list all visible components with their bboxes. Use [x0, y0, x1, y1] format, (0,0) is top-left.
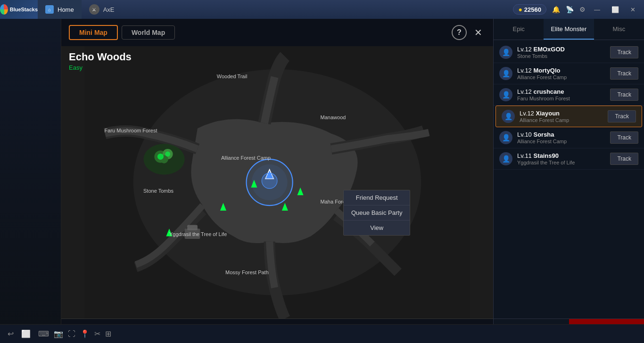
player-info-1: Lv.12 EMOxGOD Stone Tombs [517, 46, 605, 59]
player-list: 👤 Lv.12 EMOxGOD Stone Tombs Track 👤 Lv.1… [494, 40, 644, 318]
context-menu: Friend Request Queue Basic Party View [343, 190, 410, 236]
tab-home[interactable]: ⌂ Home [38, 0, 82, 19]
map-header: Mini Map World Map ? ✕ [61, 19, 493, 46]
player-name-1: Lv.12 EMOxGOD [517, 46, 605, 53]
player-location-5: Alliance Forest Camp [517, 139, 605, 144]
title-bar-right: ● 22560 🔔 📡 ⚙ — ⬜ ✕ [513, 4, 644, 15]
svg-rect-18 [187, 225, 198, 230]
player-avatar-6: 👤 [499, 152, 512, 165]
player-avatar-4: 👤 [502, 110, 515, 123]
track-button-1[interactable]: Track [610, 46, 638, 58]
player-info-3: Lv.12 crushcane Faru Mushroom Forest [517, 88, 605, 101]
title-bar: BlueStacks ⌂ Home ⚔ AxE ● 22560 🔔 📡 ⚙ — … [0, 0, 644, 19]
home-button[interactable]: ⬜ [21, 329, 31, 338]
tab-misc[interactable]: Misc [594, 19, 644, 40]
app-name: BlueStacks [10, 7, 38, 12]
notification-icon[interactable]: 🔔 [552, 6, 560, 13]
apps-icon[interactable]: ⊞ [105, 329, 111, 338]
track-button-5[interactable]: Track [610, 131, 638, 144]
player-name-6: Lv.11 Stains90 [517, 152, 605, 159]
player-info-6: Lv.11 Stains90 Yggdrasil the Tree of Lif… [517, 152, 605, 165]
track-button-4[interactable]: Track [608, 110, 636, 122]
player-avatar-5: 👤 [499, 131, 512, 144]
coin-badge: ● 22560 [513, 4, 546, 15]
bottom-right-icons: ⌨ 📷 ⛶ 📍 ✂ ⊞ [38, 329, 111, 338]
axe-tab-label: AxE [103, 6, 115, 13]
map-svg [61, 46, 493, 318]
player-row-5: 👤 Lv.10 Sorsha Alliance Forest Camp Trac… [494, 127, 644, 148]
left-sidebar [0, 19, 61, 343]
player-row-3: 👤 Lv.12 crushcane Faru Mushroom Forest T… [494, 84, 644, 106]
track-button-3[interactable]: Track [610, 89, 638, 101]
player-info-5: Lv.10 Sorsha Alliance Forest Camp [517, 131, 605, 144]
map-area: Mini Map World Map ? ✕ Echo Woods Easy [61, 19, 493, 343]
player-name-3: Lv.12 crushcane [517, 88, 605, 95]
right-panel: Epic Elite Monster Misc 👤 Lv.12 EMOxGOD … [493, 19, 644, 343]
player-row-1: 👤 Lv.12 EMOxGOD Stone Tombs Track [494, 42, 644, 63]
queue-basic-party-item[interactable]: Queue Basic Party [344, 205, 410, 220]
tab-epic[interactable]: Epic [494, 19, 544, 40]
player-location-2: Alliance Forest Camp [517, 74, 605, 80]
settings-icon[interactable]: ⚙ [579, 6, 586, 13]
player-name-2: Lv.12 MortyQlo [517, 67, 605, 74]
bluestacks-logo: BlueStacks [0, 0, 38, 19]
bottom-bar: ↩ ⬜ ⌨ 📷 ⛶ 📍 ✂ ⊞ [0, 324, 644, 343]
back-button[interactable]: ↩ [8, 329, 14, 338]
location-difficulty: Easy [69, 64, 132, 71]
location-name: Echo Woods [69, 51, 132, 63]
close-button[interactable]: ✕ [627, 6, 638, 13]
panel-tabs: Epic Elite Monster Misc [494, 19, 644, 40]
player-name-4: Lv.12 Xiayoun [520, 110, 603, 117]
fullscreen-icon[interactable]: ⛶ [68, 330, 75, 338]
player-row-4: 👤 Lv.12 Xiayoun Alliance Forest Camp Tra… [495, 106, 642, 127]
close-map-button[interactable]: ✕ [471, 25, 486, 40]
svg-point-7 [165, 152, 170, 157]
player-info-4: Lv.12 Xiayoun Alliance Forest Camp [520, 110, 603, 123]
player-location-3: Faru Mushroom Forest [517, 96, 605, 101]
logo-icon [0, 4, 8, 15]
maximize-button[interactable]: ⬜ [609, 6, 622, 13]
player-location-6: Yggdrasil the Tree of Life [517, 160, 605, 165]
player-row-6: 👤 Lv.11 Stains90 Yggdrasil the Tree of L… [494, 148, 644, 170]
axe-tab-icon: ⚔ [89, 4, 99, 15]
tab-elite-monster[interactable]: Elite Monster [544, 19, 594, 40]
map-title-area: Echo Woods Easy [69, 51, 132, 71]
track-button-2[interactable]: Track [610, 67, 638, 80]
home-tab-icon: ⌂ [45, 5, 54, 14]
svg-point-11 [262, 173, 277, 188]
player-row-2: 👤 Lv.12 MortyQlo Alliance Forest Camp Tr… [494, 63, 644, 84]
player-avatar-1: 👤 [499, 46, 512, 59]
view-item[interactable]: View [344, 220, 410, 235]
keyboard-icon[interactable]: ⌨ [38, 329, 49, 338]
track-button-6[interactable]: Track [610, 153, 638, 165]
player-avatar-2: 👤 [499, 67, 512, 80]
friend-request-item[interactable]: Friend Request [344, 190, 410, 205]
player-location-1: Stone Tombs [517, 53, 605, 59]
coin-icon: ● [518, 6, 522, 13]
player-avatar-3: 👤 [499, 88, 512, 101]
minimize-button[interactable]: — [591, 6, 603, 13]
player-name-5: Lv.10 Sorsha [517, 131, 605, 138]
player-location-4: Alliance Forest Camp [520, 117, 603, 123]
camera-icon[interactable]: 📷 [54, 329, 63, 338]
help-button[interactable]: ? [452, 25, 467, 40]
scissors-icon[interactable]: ✂ [94, 329, 100, 338]
mini-map-tab[interactable]: Mini Map [69, 25, 118, 40]
location-icon[interactable]: 📍 [80, 329, 90, 338]
map-canvas[interactable]: Wooded Trail Faru Mushroom Forest Manawo… [61, 46, 493, 318]
main-content: Mini Map World Map ? ✕ Echo Woods Easy [0, 19, 644, 343]
player-info-2: Lv.12 MortyQlo Alliance Forest Camp [517, 67, 605, 80]
tab-axe[interactable]: ⚔ AxE [82, 0, 122, 19]
svg-point-6 [157, 154, 164, 160]
coin-amount: 22560 [524, 6, 541, 13]
home-tab-label: Home [58, 6, 74, 13]
world-map-tab[interactable]: World Map [122, 25, 175, 40]
stream-icon[interactable]: 📡 [566, 6, 574, 13]
